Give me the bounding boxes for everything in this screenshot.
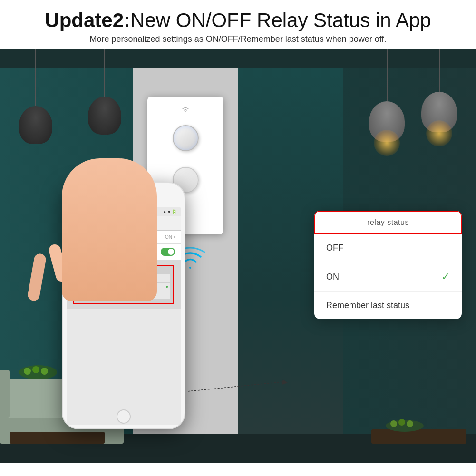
relay-option-remember[interactable]: Remember last status bbox=[314, 292, 462, 319]
svg-marker-1 bbox=[282, 379, 288, 385]
header-section: Update2:New ON/OFF Relay Status in App M… bbox=[0, 0, 476, 49]
backlight-toggle[interactable] bbox=[161, 248, 175, 256]
title-rest: New ON/OFF Relay Status in App bbox=[130, 9, 431, 31]
relay-option-on[interactable]: ON ✓ bbox=[314, 262, 462, 292]
subtitle: More personalized settings as ON/OFF/Rem… bbox=[10, 34, 466, 44]
home-button[interactable] bbox=[117, 409, 131, 424]
title-bold: Update2: bbox=[45, 9, 130, 31]
relay-off-label: OFF bbox=[326, 243, 343, 253]
toggle-knob bbox=[168, 249, 174, 255]
connector-line bbox=[188, 372, 307, 412]
relay-popup-header: relay status bbox=[314, 211, 462, 234]
scene-container: 16:42 ▲ ● 🔋 ‹ Setting relay status ON › … bbox=[0, 49, 476, 463]
phone-signals: ▲ ● 🔋 bbox=[163, 209, 177, 214]
relay-on-checkmark: ✓ bbox=[441, 271, 450, 283]
main-title: Update2:New ON/OFF Relay Status in App bbox=[10, 9, 466, 32]
relay-option-off[interactable]: OFF bbox=[314, 234, 462, 262]
relay-on-label: ON bbox=[326, 272, 339, 282]
lamp-right-1 bbox=[369, 49, 405, 142]
relay-remember-label: Remember last status bbox=[326, 301, 409, 311]
switch-wifi-icon bbox=[181, 106, 190, 114]
relay-status-value: ON › bbox=[165, 234, 175, 240]
svg-line-0 bbox=[188, 382, 283, 391]
lamp-left-2 bbox=[88, 49, 121, 135]
right-decor bbox=[371, 406, 466, 444]
switch-button-top[interactable] bbox=[173, 125, 199, 151]
relay-status-popup: relay status OFF ON ✓ Remember last stat… bbox=[314, 211, 462, 319]
lamp-right-2 bbox=[421, 49, 457, 132]
zoom-on-check: ● bbox=[166, 284, 168, 289]
relay-popup-title: relay status bbox=[367, 218, 409, 226]
lamp-left-1 bbox=[19, 49, 52, 144]
coffee-table bbox=[10, 432, 105, 444]
